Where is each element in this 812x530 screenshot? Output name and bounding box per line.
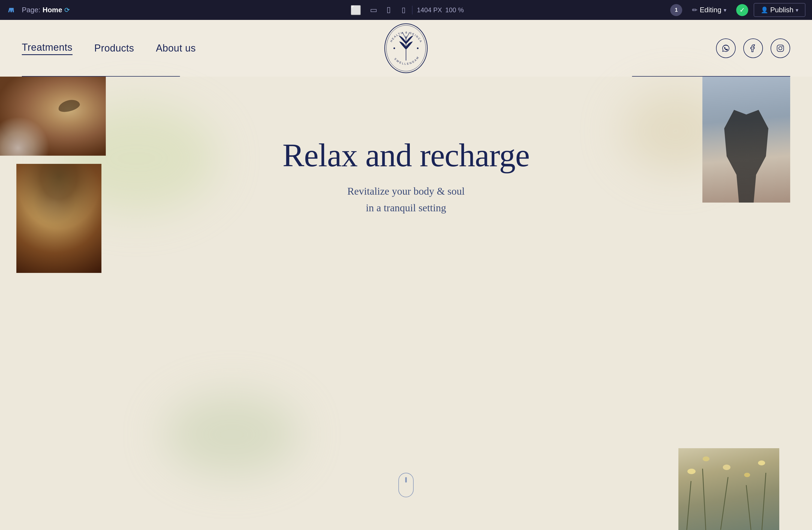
hero-subtitle: Revitalize your body & soul in a tranqui… <box>347 183 465 216</box>
tablet-portrait-icon[interactable]: ▭ <box>382 4 396 16</box>
nav-logo: HEALTH & SKINCARE SWELLENDAM <box>381 21 431 75</box>
toolbar-right: 1 ✏ Editing ▾ ✓ 👤 Publish ▾ <box>670 3 806 17</box>
svg-point-9 <box>782 46 783 47</box>
hero-image-bottom-right <box>678 448 779 530</box>
pen-icon: ✏ <box>692 6 697 14</box>
nav-left: Treatments Products About us <box>22 42 196 55</box>
svg-point-4 <box>417 47 419 49</box>
size-info: 1404 PX 100 % <box>417 6 464 14</box>
refresh-icon[interactable]: ⟳ <box>64 6 70 14</box>
mobile-icon[interactable]: ▯ <box>400 3 408 16</box>
hero-subtitle-line2: in a tranquil setting <box>347 200 465 216</box>
webflow-logo <box>6 5 16 15</box>
person-icon: 👤 <box>761 6 768 14</box>
toolbar: Page: Home ⟳ ⬜ ▭ ▭ ▯ 1404 PX 100 % 1 ✏ E… <box>0 0 812 20</box>
whatsapp-icon[interactable] <box>716 39 736 58</box>
page-label: Page: <box>22 6 40 14</box>
svg-point-3 <box>393 47 395 49</box>
tablet-landscape-icon[interactable]: ▭ <box>368 3 379 17</box>
publish-button[interactable]: 👤 Publish ▾ <box>754 3 806 17</box>
size-px: 1404 PX <box>417 6 442 14</box>
nav-item-treatments[interactable]: Treatments <box>22 42 73 55</box>
facebook-icon[interactable] <box>743 39 763 58</box>
nav-item-about[interactable]: About us <box>156 43 196 54</box>
nav-social-icons <box>716 39 790 58</box>
scroll-indicator <box>398 473 414 497</box>
svg-point-8 <box>779 47 782 50</box>
hero-image-mid-left <box>16 164 101 273</box>
page-info: Page: Home ⟳ <box>22 6 70 14</box>
instagram-icon[interactable] <box>771 39 790 58</box>
toolbar-divider <box>412 6 412 14</box>
size-percent: 100 % <box>445 6 464 14</box>
website-canvas: Treatments Products About us <box>0 20 812 530</box>
toolbar-left: Page: Home ⟳ <box>6 5 70 15</box>
hero-title: Relax and recharge <box>282 136 530 174</box>
navigation: Treatments Products About us <box>0 20 812 77</box>
nav-item-products[interactable]: Products <box>95 43 134 54</box>
hero-image-top-right <box>702 77 790 203</box>
editing-button[interactable]: ✏ Editing ▾ <box>688 3 731 16</box>
check-status-icon: ✓ <box>736 4 748 16</box>
publish-chevron-icon: ▾ <box>796 7 798 13</box>
logo-svg: HEALTH & SKINCARE SWELLENDAM <box>383 23 429 74</box>
chevron-down-icon: ▾ <box>724 7 726 13</box>
hero-subtitle-line1: Revitalize your body & soul <box>347 183 465 200</box>
toolbar-center: ⬜ ▭ ▭ ▯ 1404 PX 100 % <box>348 3 464 17</box>
bg-blob-3 <box>164 394 300 475</box>
desktop-device-icon[interactable]: ⬜ <box>348 3 363 17</box>
logo-badge: HEALTH & SKINCARE SWELLENDAM <box>381 21 431 75</box>
hero-image-top-left <box>0 77 106 156</box>
svg-rect-7 <box>777 45 784 51</box>
svg-text:SWELLENDAM: SWELLENDAM <box>394 55 420 65</box>
page-name: Home <box>43 6 62 14</box>
user-avatar[interactable]: 1 <box>670 4 682 16</box>
scroll-dot <box>405 477 407 483</box>
hero-section: Relax and recharge Revitalize your body … <box>0 77 812 530</box>
